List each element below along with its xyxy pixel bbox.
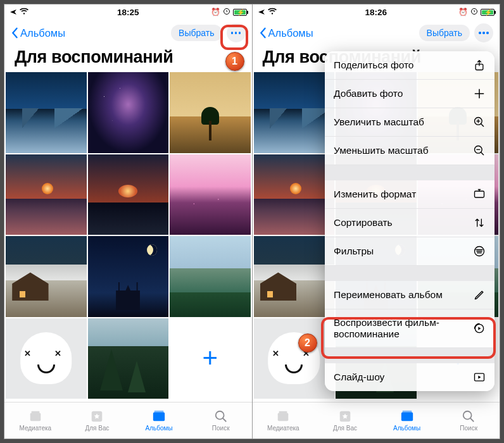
- photo-grid: +: [4, 72, 252, 399]
- search-icon: [461, 409, 476, 423]
- for-you-icon: [89, 409, 104, 423]
- photo-thumbnail[interactable]: [170, 154, 251, 235]
- pencil-icon: [473, 289, 486, 301]
- photo-thumbnail[interactable]: [170, 236, 251, 317]
- svg-rect-2: [31, 411, 39, 413]
- albums-icon: [151, 409, 167, 423]
- wifi-icon: [268, 8, 277, 17]
- svg-rect-12: [402, 411, 412, 413]
- tab-media[interactable]: Медиатека: [4, 402, 66, 439]
- zoom-in-icon: [473, 116, 486, 128]
- svg-point-6: [215, 411, 224, 420]
- nav-bar: Альбомы Выбрать: [4, 20, 252, 46]
- svg-rect-4: [153, 413, 165, 421]
- library-icon: [28, 409, 43, 423]
- back-button[interactable]: Альбомы: [259, 27, 313, 39]
- plus-icon: [473, 87, 486, 100]
- search-icon: [213, 409, 229, 423]
- menu-play-memory[interactable]: Воспроизвести фильм-воспоминание: [325, 309, 495, 348]
- rotation-lock-icon: [223, 8, 230, 17]
- rotation-lock-icon: [470, 8, 478, 17]
- more-button[interactable]: [474, 23, 493, 42]
- photo-thumbnail[interactable]: [6, 236, 87, 317]
- tab-search[interactable]: Поиск: [438, 402, 500, 439]
- screenshot-right: 18:26 ⏰ ⚡ Альбомы Выбрать Для воспомин: [253, 4, 500, 439]
- library-icon: [275, 409, 291, 423]
- aspect-icon: [473, 188, 486, 201]
- chevron-left-icon: [11, 27, 18, 39]
- memory-play-icon: [473, 322, 486, 335]
- battery-icon: ⚡: [233, 9, 247, 16]
- tab-for-you[interactable]: Для Вас: [314, 402, 376, 439]
- status-bar: 18:26 ⏰ ⚡: [253, 4, 500, 20]
- chevron-left-icon: [259, 27, 267, 39]
- status-bar: 18:25 ⏰ ⚡: [4, 4, 252, 20]
- menu-slideshow[interactable]: Слайд-шоу: [325, 363, 495, 391]
- share-icon: [473, 59, 486, 72]
- photo-thumbnail[interactable]: [254, 154, 335, 235]
- clock: 18:25: [117, 8, 139, 17]
- svg-point-13: [463, 411, 472, 420]
- photo-thumbnail[interactable]: [88, 72, 169, 153]
- svg-rect-8: [278, 413, 289, 421]
- more-button[interactable]: [227, 23, 246, 42]
- photo-thumbnail[interactable]: [254, 72, 335, 153]
- sort-icon: [473, 216, 486, 229]
- airplane-icon: [258, 8, 265, 16]
- menu-aspect[interactable]: Изменить формат: [325, 180, 495, 209]
- alarm-icon: ⏰: [211, 8, 220, 16]
- menu-share[interactable]: Поделиться фото: [325, 51, 495, 80]
- tab-media[interactable]: Медиатека: [253, 402, 315, 439]
- battery-icon: ⚡: [481, 9, 495, 16]
- photo-thumbnail[interactable]: [6, 72, 87, 153]
- airplane-icon: [9, 8, 17, 16]
- page-title: Для воспоминаний: [15, 47, 242, 67]
- tab-search[interactable]: Поиск: [190, 402, 252, 439]
- back-button[interactable]: Альбомы: [11, 27, 65, 39]
- photo-thumbnail[interactable]: [254, 236, 335, 317]
- filter-icon: [473, 245, 486, 258]
- menu-zoom-in[interactable]: Увеличить масштаб: [325, 108, 495, 137]
- menu-filters[interactable]: Фильтры: [325, 237, 495, 266]
- tab-for-you[interactable]: Для Вас: [66, 402, 129, 439]
- photo-thumbnail[interactable]: [6, 318, 87, 399]
- photo-thumbnail[interactable]: [88, 318, 169, 399]
- albums-icon: [400, 409, 415, 423]
- for-you-icon: [337, 409, 353, 423]
- nav-bar: Альбомы Выбрать: [253, 20, 500, 46]
- photo-thumbnail[interactable]: [254, 318, 335, 399]
- clock: 18:26: [365, 8, 387, 17]
- svg-rect-1: [30, 413, 41, 421]
- menu-sort[interactable]: Сортировать: [325, 209, 495, 237]
- menu-rename[interactable]: Переименовать альбом: [325, 281, 495, 309]
- step-badge: 1: [225, 52, 244, 71]
- svg-rect-5: [154, 411, 164, 413]
- back-label: Альбомы: [268, 27, 313, 39]
- svg-rect-17: [475, 191, 484, 197]
- photo-thumbnail[interactable]: [6, 154, 87, 235]
- photo-thumbnail[interactable]: [170, 72, 251, 153]
- play-rect-icon: [473, 371, 486, 384]
- menu-zoom-out[interactable]: Уменьшить масштаб: [325, 137, 495, 165]
- tab-bar: Медиатека Для Вас Альбомы Поиск: [253, 402, 500, 439]
- wifi-icon: [20, 8, 28, 17]
- add-photo-button[interactable]: +: [170, 318, 251, 399]
- tab-albums[interactable]: Альбомы: [128, 402, 190, 439]
- photo-thumbnail[interactable]: [88, 154, 169, 235]
- alarm-icon: ⏰: [458, 8, 468, 16]
- photo-thumbnail[interactable]: [88, 236, 169, 317]
- zoom-out-icon: [473, 144, 486, 157]
- menu-add[interactable]: Добавить фото: [325, 80, 495, 108]
- screenshot-left: 18:25 ⏰ ⚡ Альбомы Выбрать Для воспомин: [4, 4, 252, 439]
- select-button[interactable]: Выбрать: [171, 25, 222, 41]
- svg-rect-11: [401, 413, 412, 421]
- step-badge: 2: [298, 334, 317, 353]
- svg-rect-9: [279, 411, 287, 413]
- context-menu: Поделиться фото Добавить фото Увеличить …: [325, 51, 495, 391]
- select-button[interactable]: Выбрать: [419, 25, 470, 41]
- tab-bar: Медиатека Для Вас Альбомы Поиск: [4, 402, 252, 439]
- back-label: Альбомы: [20, 27, 65, 39]
- tab-albums[interactable]: Альбомы: [376, 402, 438, 439]
